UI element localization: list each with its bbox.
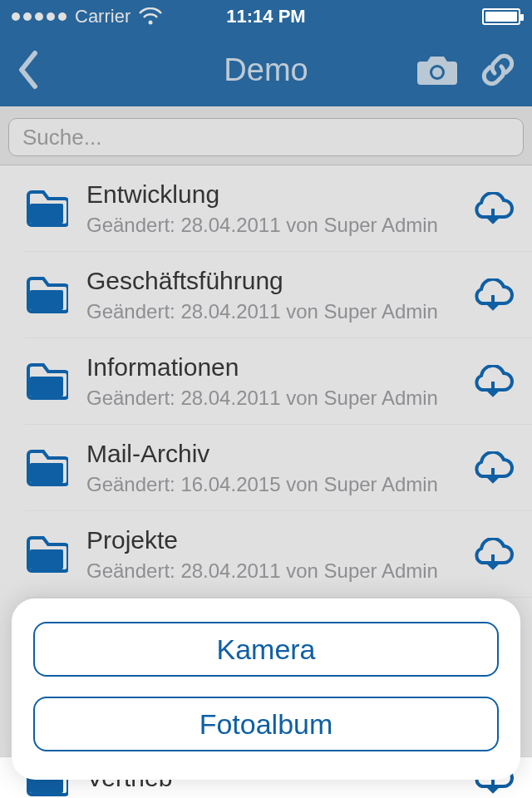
- action-sheet: Kamera Fotoalbum: [12, 598, 520, 780]
- search-bar: [0, 106, 532, 165]
- clock-label: 11:14 PM: [0, 6, 532, 27]
- photo-album-button[interactable]: Fotoalbum: [33, 697, 499, 751]
- status-bar: Carrier 11:14 PM: [0, 0, 532, 33]
- folder-name: Mail-Archiv: [86, 440, 461, 468]
- back-icon[interactable]: [17, 50, 40, 90]
- folder-icon: [25, 536, 68, 573]
- list-item[interactable]: Projekte Geändert: 28.04.2011 von Super …: [0, 511, 532, 598]
- svg-rect-7: [30, 377, 63, 397]
- cloud-download-icon[interactable]: [470, 192, 515, 225]
- folder-icon: [25, 450, 68, 486]
- svg-rect-5: [30, 290, 63, 310]
- camera-icon[interactable]: [417, 53, 457, 86]
- page-title: Demo: [224, 52, 308, 88]
- svg-rect-9: [30, 463, 63, 483]
- folder-name: Projekte: [86, 526, 461, 554]
- folder-name: Geschäftsführung: [86, 267, 461, 295]
- folder-meta: Geändert: 28.04.2011 von Super Admin: [86, 387, 461, 410]
- cloud-download-icon[interactable]: [470, 278, 515, 312]
- list-item[interactable]: Informationen Geändert: 28.04.2011 von S…: [0, 338, 532, 425]
- folder-icon: [25, 277, 68, 313]
- folder-meta: Geändert: 28.04.2011 von Super Admin: [86, 300, 461, 323]
- folder-icon: [25, 363, 68, 400]
- folder-meta: Geändert: 28.04.2011 von Super Admin: [86, 559, 461, 583]
- folder-meta: Geändert: 28.04.2011 von Super Admin: [86, 214, 461, 237]
- camera-button[interactable]: Kamera: [33, 622, 499, 677]
- svg-rect-11: [30, 549, 63, 569]
- cloud-download-icon[interactable]: [470, 365, 515, 398]
- list-item[interactable]: Geschäftsführung Geändert: 28.04.2011 vo…: [0, 252, 532, 338]
- svg-rect-3: [30, 204, 63, 224]
- list-item[interactable]: Mail-Archiv Geändert: 16.04.2015 von Sup…: [0, 425, 532, 511]
- folder-name: Entwicklung: [86, 180, 461, 209]
- cloud-download-icon[interactable]: [470, 451, 515, 485]
- svg-point-2: [432, 67, 442, 77]
- folder-icon: [25, 190, 68, 227]
- cloud-download-icon[interactable]: [470, 538, 515, 571]
- search-input[interactable]: [8, 118, 524, 156]
- list-item[interactable]: Entwicklung Geändert: 28.04.2011 von Sup…: [0, 165, 532, 252]
- link-icon[interactable]: [480, 52, 515, 87]
- nav-bar: Demo: [0, 33, 532, 106]
- folder-name: Informationen: [86, 353, 461, 382]
- app-screen: Carrier 11:14 PM Demo: [0, 0, 532, 798]
- battery-icon: [482, 8, 520, 25]
- folder-meta: Geändert: 16.04.2015 von Super Admin: [86, 473, 461, 496]
